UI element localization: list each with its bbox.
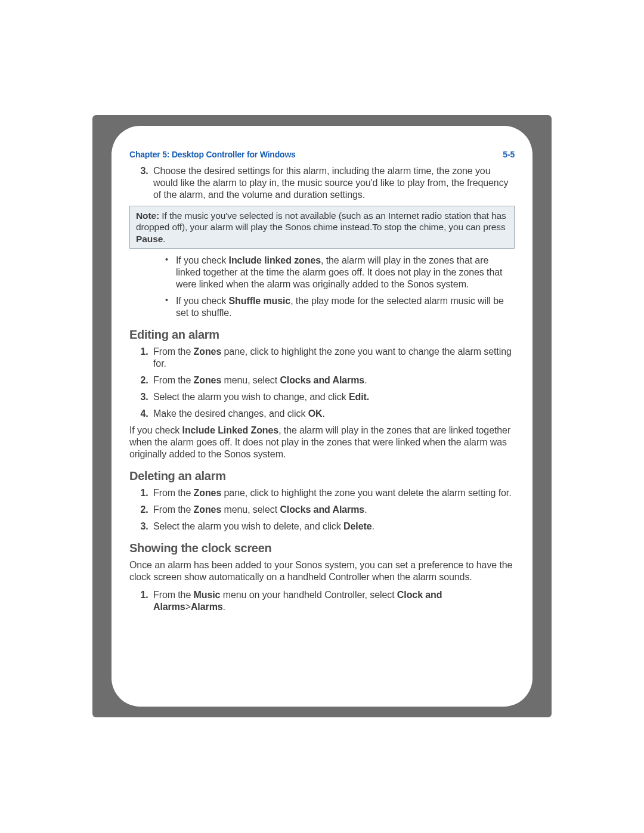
bullet-2-bold: Shuffle music: [229, 296, 291, 306]
epbold: Include Linked Zones: [182, 425, 279, 435]
clock-step-1: From the Music menu on your handheld Con…: [151, 589, 515, 613]
e3bold: Edit.: [349, 392, 369, 402]
deleting-step-3: Select the alarm you wish to delete, and…: [151, 521, 515, 532]
note-pause: Pause: [136, 234, 163, 244]
editing-step-4: Make the desired changes, and click OK.: [151, 408, 515, 420]
bullet-linked-zones: If you check Include linked zones, the a…: [165, 255, 515, 290]
chapter-label: Chapter 5: Desktop Controller for Window…: [129, 150, 296, 159]
c1a: From the: [153, 590, 194, 600]
page-frame: Chapter 5: Desktop Controller for Window…: [92, 115, 552, 717]
editing-note-para: If you check Include Linked Zones, the a…: [129, 425, 515, 460]
c1bold3: Alarms: [191, 602, 223, 612]
note-body-b: .: [163, 234, 165, 244]
running-header: Chapter 5: Desktop Controller for Window…: [129, 150, 515, 159]
deleting-step-1: From the Zones pane, click to highlight …: [151, 487, 515, 499]
c1d: .: [223, 602, 225, 612]
bullet-shuffle: If you check Shuffle music, the play mod…: [165, 295, 515, 319]
c1b: menu on your handheld Controller, select: [220, 590, 397, 600]
e1bold: Zones: [194, 346, 222, 357]
heading-clock-screen: Showing the clock screen: [129, 541, 515, 556]
note-body-a: If the music you've selected is not avai…: [136, 210, 506, 232]
e4bold: OK: [308, 408, 323, 419]
d1b: pane, click to highlight the zone you wa…: [221, 488, 511, 498]
e1a: From the: [153, 346, 194, 357]
page-number: 5-5: [503, 150, 515, 159]
d1bold: Zones: [194, 488, 222, 498]
note-box: Note: If the music you've selected is no…: [129, 206, 515, 249]
d3a: Select the alarm you wish to delete, and…: [153, 521, 343, 531]
e2a: From the: [153, 375, 194, 385]
heading-editing-alarm: Editing an alarm: [129, 327, 515, 342]
document-page: Chapter 5: Desktop Controller for Window…: [112, 126, 532, 707]
editing-steps: From the Zones pane, click to highlight …: [129, 346, 515, 420]
d2c: .: [364, 504, 367, 515]
e4a: Make the desired changes, and click: [153, 408, 308, 419]
epa: If you check: [129, 425, 182, 435]
d1a: From the: [153, 488, 194, 498]
d2bold1: Zones: [194, 504, 222, 515]
deleting-step-2: From the Zones menu, select Clocks and A…: [151, 504, 515, 516]
d3b: .: [371, 521, 374, 531]
e2bold1: Zones: [194, 375, 222, 385]
bullet-1-bold: Include linked zones: [229, 255, 321, 265]
bullet-2a: If you check: [176, 296, 229, 306]
d2bold2: Clocks and Alarms: [280, 504, 364, 515]
e2c: .: [364, 375, 367, 385]
c1bold1: Music: [194, 590, 221, 600]
editing-step-1: From the Zones pane, click to highlight …: [151, 346, 515, 370]
e3a: Select the alarm you wish to change, and…: [153, 392, 349, 402]
page-content: Choose the desired settings for this ala…: [129, 165, 515, 613]
editing-step-2: From the Zones menu, select Clocks and A…: [151, 374, 515, 386]
e2bold2: Clocks and Alarms: [280, 375, 364, 385]
bullet-1a: If you check: [176, 255, 229, 265]
d3bold: Delete: [343, 521, 371, 531]
editing-step-3: Select the alarm you wish to change, and…: [151, 391, 515, 403]
note-label: Note:: [136, 210, 159, 221]
sub-bullets: If you check Include linked zones, the a…: [129, 255, 515, 319]
c1c: >: [185, 602, 191, 612]
continued-steps: Choose the desired settings for this ala…: [129, 165, 515, 201]
canvas: Chapter 5: Desktop Controller for Window…: [0, 0, 644, 833]
clock-intro: Once an alarm has been added to your Son…: [129, 559, 515, 583]
d2a: From the: [153, 504, 194, 515]
clock-steps: From the Music menu on your handheld Con…: [129, 589, 515, 613]
e2b: menu, select: [221, 375, 280, 385]
step-3: Choose the desired settings for this ala…: [151, 165, 515, 201]
deleting-steps: From the Zones pane, click to highlight …: [129, 487, 515, 532]
heading-deleting-alarm: Deleting an alarm: [129, 469, 515, 484]
d2b: menu, select: [221, 504, 280, 515]
e4b: .: [322, 408, 324, 419]
step-3-text: Choose the desired settings for this ala…: [153, 166, 508, 200]
